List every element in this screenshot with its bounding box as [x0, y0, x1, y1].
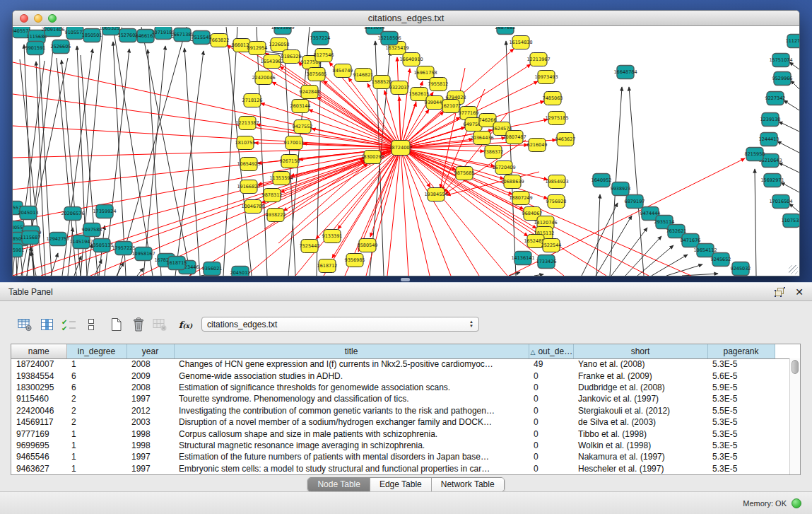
- graph-node[interactable]: 2718126: [242, 94, 263, 107]
- graph-node[interactable]: 15218506: [377, 32, 401, 45]
- column-header-title[interactable]: title: [174, 344, 529, 358]
- delete-table-button[interactable]: [149, 315, 171, 334]
- graph-node[interactable]: 17359924: [93, 205, 116, 218]
- graph-node[interactable]: 2687682: [495, 27, 516, 35]
- table-selector-dropdown[interactable]: citations_edges.txt ▲▼: [201, 317, 479, 332]
- graph-node[interactable]: 2603144: [290, 100, 311, 113]
- graph-node[interactable]: 13505135: [90, 239, 113, 252]
- table-row[interactable]: 1872400712008Changes of HCN gene express…: [11, 358, 789, 370]
- graph-node[interactable]: 9267150: [280, 155, 300, 168]
- table-row[interactable]: 969969511998Structural magnetic resonanc…: [11, 440, 789, 451]
- column-visibility-button[interactable]: [36, 315, 58, 334]
- network-view[interactable]: 1872400722420046271812612213387181075510…: [13, 27, 799, 276]
- graph-node[interactable]: 9133391: [322, 230, 343, 243]
- graph-node[interactable]: 9245032: [731, 262, 751, 276]
- row-height-button[interactable]: [80, 315, 102, 334]
- graph-node[interactable]: 1640952: [592, 174, 612, 187]
- graph-node[interactable]: 1115687: [20, 231, 41, 245]
- scrollbar-thumb[interactable]: [792, 360, 799, 374]
- graph-node[interactable]: 12213387: [235, 117, 259, 130]
- table-row[interactable]: 946362711997Embryonic stem cells: a mode…: [11, 463, 789, 474]
- delete-entries-button[interactable]: [127, 315, 149, 334]
- table-row[interactable]: 1938455462009Genome-wide association stu…: [11, 370, 789, 381]
- graph-node[interactable]: 11353594: [269, 172, 293, 185]
- graph-node[interactable]: 15751074: [769, 54, 792, 67]
- table-row[interactable]: 977716911998Corpus callosum shape and si…: [11, 428, 789, 439]
- graph-node[interactable]: 22091406: [41, 27, 64, 37]
- table-row[interactable]: 1830029562008Estimation of significance …: [11, 382, 789, 393]
- graph-node[interactable]: 18724007: [389, 141, 412, 156]
- graph-node[interactable]: 12213967: [526, 53, 550, 66]
- graph-node[interactable]: 7386372: [483, 146, 504, 159]
- minimize-button[interactable]: [34, 14, 42, 23]
- graph-node[interactable]: 10046788: [241, 200, 264, 214]
- graph-node[interactable]: 9756928: [546, 195, 567, 209]
- graph-node[interactable]: 12942757: [46, 233, 69, 246]
- graph-node[interactable]: 15692971: [760, 174, 784, 187]
- graph-node[interactable]: 9170011: [284, 136, 305, 150]
- graph-node[interactable]: 19384554: [424, 188, 447, 201]
- graph-node[interactable]: 12975185: [545, 112, 568, 125]
- column-header-in_degree[interactable]: in_degree: [66, 344, 126, 358]
- graph-node[interactable]: 10654925: [237, 158, 260, 171]
- graph-node[interactable]: 7525447: [300, 240, 320, 253]
- graph-node[interactable]: 10958167: [131, 247, 155, 261]
- graph-node[interactable]: 9097588: [82, 223, 102, 237]
- graph-node[interactable]: 9463627: [555, 133, 576, 146]
- graph-node[interactable]: 2045012: [230, 267, 251, 276]
- graph-node[interactable]: 10688639: [500, 175, 524, 189]
- graph-node[interactable]: 10807487: [502, 131, 526, 144]
- graph-node[interactable]: 4938222: [266, 209, 286, 222]
- graph-node[interactable]: 1618712: [317, 259, 338, 273]
- table-scrollbar[interactable]: [789, 358, 800, 474]
- graph-node[interactable]: 19854923: [545, 175, 568, 189]
- splitter-handle[interactable]: [401, 278, 410, 281]
- graph-node[interactable]: 9356985: [345, 254, 365, 267]
- graph-node[interactable]: 9146821: [353, 69, 374, 82]
- column-header-name[interactable]: name: [11, 344, 66, 358]
- graph-node[interactable]: 7663822: [209, 34, 230, 47]
- graph-node[interactable]: 3875685: [307, 68, 327, 81]
- graph-node[interactable]: 2045013: [18, 206, 39, 220]
- float-window-icon[interactable]: [775, 287, 785, 297]
- graph-node[interactable]: 17016504: [769, 195, 792, 209]
- resize-grip-icon[interactable]: [789, 265, 798, 274]
- graph-node[interactable]: 16648784: [613, 66, 637, 79]
- graph-node[interactable]: 9227342: [765, 92, 786, 105]
- graph-node[interactable]: 16154838: [509, 36, 532, 49]
- column-header-year[interactable]: year: [126, 344, 174, 358]
- graph-node[interactable]: 14136141: [511, 252, 534, 265]
- graph-node[interactable]: 9356021: [202, 262, 223, 276]
- graph-node[interactable]: 20364436: [470, 132, 493, 145]
- table-row[interactable]: 946554611997Estimation of the future num…: [11, 451, 789, 462]
- graph-node[interactable]: 6879197: [625, 195, 645, 209]
- graph-node[interactable]: 9245652: [711, 253, 731, 267]
- graph-node[interactable]: 8580549: [358, 239, 378, 252]
- graph-node[interactable]: 7955812: [428, 78, 449, 91]
- graph-node[interactable]: 5938923: [611, 182, 631, 196]
- graph-node[interactable]: 7515545: [192, 31, 212, 45]
- graph-node[interactable]: 6216049: [527, 139, 548, 152]
- network-graph[interactable]: 1872400722420046271812612213387181075510…: [13, 27, 799, 276]
- table-row[interactable]: 911546021997Tourette syndrome. Phenomeno…: [11, 393, 789, 404]
- graph-node[interactable]: 19166827: [237, 180, 260, 194]
- tab-node-table[interactable]: Node Table: [308, 478, 370, 491]
- table-row[interactable]: 2242004622012Investigating the contribut…: [11, 405, 789, 416]
- table-settings-button[interactable]: [14, 315, 36, 334]
- graph-node[interactable]: 7485063: [543, 92, 563, 105]
- graph-node[interactable]: 1810755: [235, 136, 256, 150]
- tab-network-table[interactable]: Network Table: [431, 478, 504, 491]
- window-titlebar[interactable]: citations_edges.txt: [13, 11, 799, 26]
- graph-node[interactable]: 2526605: [51, 40, 71, 54]
- graph-node[interactable]: 1239138: [760, 113, 781, 127]
- table-row[interactable]: 1456911722003Disruption of a novel membe…: [11, 416, 789, 428]
- graph-node[interactable]: 9427552: [293, 120, 313, 134]
- graph-node[interactable]: 3901591: [25, 42, 46, 55]
- close-button[interactable]: [20, 14, 28, 23]
- zoom-button[interactable]: [48, 14, 57, 23]
- graph-node[interactable]: 10973493: [534, 71, 558, 84]
- graph-node[interactable]: 9529966: [772, 72, 793, 86]
- graph-node[interactable]: 16033809: [271, 27, 294, 35]
- graph-node[interactable]: 8912954: [247, 42, 268, 55]
- graph-node[interactable]: 9878312: [262, 189, 283, 202]
